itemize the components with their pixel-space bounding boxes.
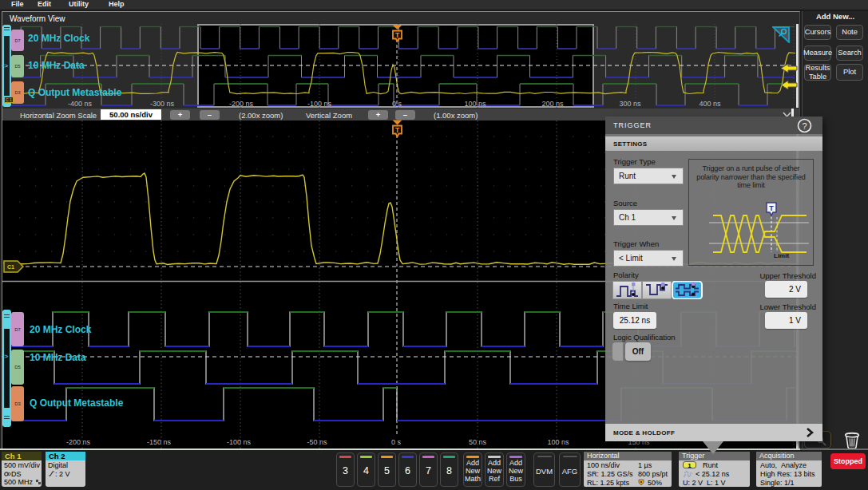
svg-text:T: T bbox=[395, 31, 400, 39]
svg-text:T: T bbox=[395, 126, 400, 134]
svg-text:?: ? bbox=[802, 121, 807, 131]
svg-text:C1: C1 bbox=[7, 264, 14, 270]
svg-text:T: T bbox=[769, 204, 774, 212]
svg-text:Limit: Limit bbox=[774, 252, 789, 259]
